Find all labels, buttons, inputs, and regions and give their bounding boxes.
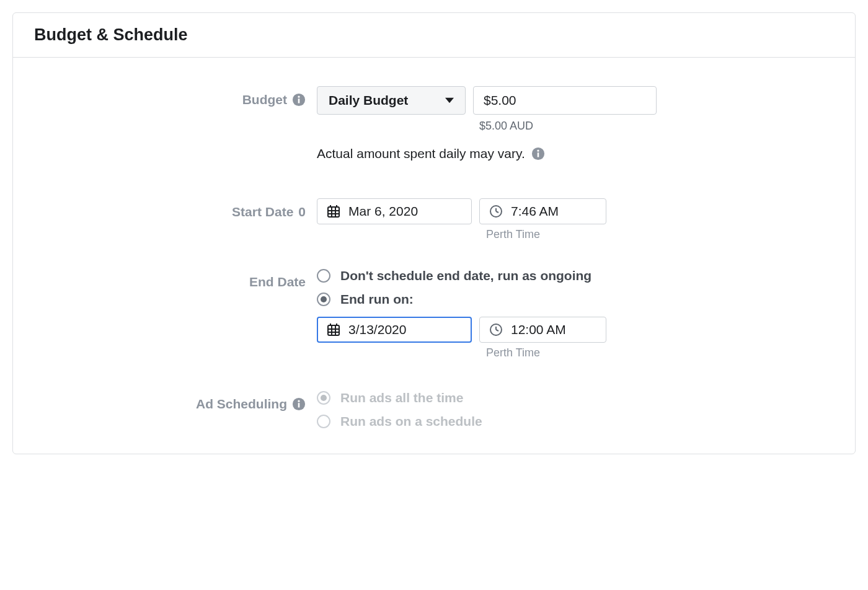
svg-rect-28 [298, 403, 300, 407]
radio-icon [317, 391, 330, 405]
svg-line-16 [496, 211, 498, 213]
start-date-label-text: Start Date [232, 205, 293, 219]
caret-down-icon [445, 96, 454, 105]
end-time-value: 12:00 AM [511, 322, 566, 337]
budget-controls: Daily Budget $5.00 AUD Actual amount spe… [317, 86, 830, 183]
end-date-radio-endrun[interactable]: End run on: [317, 292, 830, 307]
budget-label-text: Budget [242, 92, 287, 107]
start-date-input[interactable]: Mar 6, 2020 [317, 198, 472, 224]
svg-rect-7 [328, 207, 339, 217]
start-date-controls: Mar 6, 2020 7:46 AM Perth Time [317, 198, 830, 241]
budget-label: Budget [242, 92, 306, 107]
ad-scheduling-label-text: Ad Scheduling [196, 397, 287, 412]
ad-scheduling-schedule-text: Run ads on a schedule [340, 414, 482, 429]
ad-scheduling-radio-all: Run ads all the time [317, 390, 830, 405]
budget-note: Actual amount spent daily may vary. [317, 146, 830, 161]
panel-body: Budget Daily Budget $5.00 AUD Actual amo… [13, 58, 855, 454]
budget-amount-input[interactable] [473, 86, 657, 115]
svg-point-29 [298, 400, 299, 402]
end-date-controls: Don't schedule end date, run as ongoing … [317, 268, 830, 359]
end-date-label: End Date [249, 275, 306, 289]
end-timezone: Perth Time [486, 346, 830, 359]
end-date-input[interactable]: 3/13/2020 [317, 317, 472, 343]
end-date-ongoing-text: Don't schedule end date, run as ongoing [340, 268, 591, 283]
svg-point-6 [537, 150, 539, 152]
end-date-value: 3/13/2020 [348, 322, 406, 337]
ad-scheduling-label: Ad Scheduling [196, 397, 306, 412]
panel-header: Budget & Schedule [13, 13, 855, 58]
info-icon[interactable] [531, 147, 545, 161]
clock-icon [489, 204, 503, 219]
start-timezone: Perth Time [486, 228, 830, 241]
info-icon[interactable] [292, 397, 306, 411]
svg-line-26 [496, 330, 498, 331]
start-date-value: Mar 6, 2020 [348, 204, 418, 219]
ad-scheduling-all-text: Run ads all the time [340, 390, 463, 405]
info-icon[interactable] [292, 93, 306, 107]
budget-amount-helper: $5.00 AUD [479, 120, 830, 133]
end-date-endrun-text: End run on: [340, 292, 414, 307]
radio-icon [317, 415, 330, 428]
radio-icon [317, 269, 330, 283]
svg-rect-17 [328, 325, 339, 335]
svg-rect-1 [298, 99, 300, 103]
start-date-label-col: Start Date 0 [38, 198, 317, 219]
svg-rect-5 [537, 152, 539, 157]
end-date-row: End Date Don't schedule end date, run as… [38, 268, 830, 359]
calendar-icon [326, 204, 341, 219]
end-date-label-text: End Date [249, 275, 306, 289]
end-date-label-col: End Date [38, 268, 317, 289]
end-date-radio-ongoing[interactable]: Don't schedule end date, run as ongoing [317, 268, 830, 283]
ad-scheduling-label-col: Ad Scheduling [38, 390, 317, 412]
ad-scheduling-radio-schedule: Run ads on a schedule [317, 414, 830, 429]
calendar-icon [326, 322, 341, 337]
start-date-label: Start Date 0 [232, 205, 306, 219]
clock-icon [489, 322, 503, 337]
budget-type-dropdown[interactable]: Daily Budget [317, 86, 466, 115]
start-time-value: 7:46 AM [511, 204, 559, 219]
start-date-row: Start Date 0 Mar 6, 2020 7:46 AM Perth T… [38, 198, 830, 241]
panel-title: Budget & Schedule [34, 25, 834, 45]
budget-dropdown-text: Daily Budget [329, 93, 408, 108]
ad-scheduling-row: Ad Scheduling Run ads all the time Run a… [38, 390, 830, 429]
budget-label-col: Budget [38, 86, 317, 107]
end-time-input[interactable]: 12:00 AM [479, 317, 606, 343]
budget-note-text: Actual amount spent daily may vary. [317, 146, 525, 161]
budget-schedule-panel: Budget & Schedule Budget Daily Budget [12, 12, 856, 454]
start-time-input[interactable]: 7:46 AM [479, 198, 606, 224]
svg-marker-3 [445, 98, 454, 103]
budget-row: Budget Daily Budget $5.00 AUD Actual amo… [38, 86, 830, 183]
radio-icon [317, 293, 330, 306]
ad-scheduling-controls: Run ads all the time Run ads on a schedu… [317, 390, 830, 429]
svg-point-2 [298, 96, 299, 98]
